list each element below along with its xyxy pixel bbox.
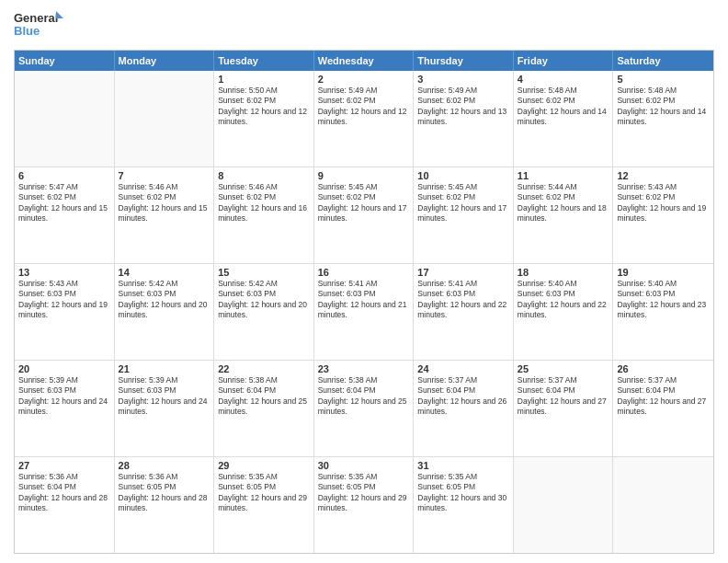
day-info: Sunrise: 5:37 AM Sunset: 6:04 PM Dayligh…: [518, 375, 609, 418]
calendar: SundayMondayTuesdayWednesdayThursdayFrid…: [14, 50, 714, 554]
table-row: 6Sunrise: 5:47 AM Sunset: 6:02 PM Daylig…: [15, 167, 115, 263]
table-row: 5Sunrise: 5:48 AM Sunset: 6:02 PM Daylig…: [613, 71, 713, 167]
day-number: 29: [218, 460, 310, 471]
calendar-row-1: 6Sunrise: 5:47 AM Sunset: 6:02 PM Daylig…: [15, 167, 713, 263]
day-info: Sunrise: 5:48 AM Sunset: 6:02 PM Dayligh…: [617, 86, 710, 128]
table-row: 29Sunrise: 5:35 AM Sunset: 6:05 PM Dayli…: [214, 457, 314, 553]
table-row: 15Sunrise: 5:42 AM Sunset: 6:03 PM Dayli…: [214, 264, 314, 360]
day-number: 11: [518, 170, 609, 181]
day-info: Sunrise: 5:40 AM Sunset: 6:03 PM Dayligh…: [617, 279, 710, 321]
weekday-header-saturday: Saturday: [613, 51, 713, 71]
weekday-header-monday: Monday: [115, 51, 215, 71]
table-row: 3Sunrise: 5:49 AM Sunset: 6:02 PM Daylig…: [414, 71, 514, 167]
table-row: 9Sunrise: 5:45 AM Sunset: 6:02 PM Daylig…: [314, 167, 415, 263]
day-number: 27: [18, 460, 110, 471]
table-row: 18Sunrise: 5:40 AM Sunset: 6:03 PM Dayli…: [514, 264, 614, 360]
day-info: Sunrise: 5:36 AM Sunset: 6:05 PM Dayligh…: [119, 472, 210, 514]
weekday-header-thursday: Thursday: [414, 51, 514, 71]
table-row: 30Sunrise: 5:35 AM Sunset: 6:05 PM Dayli…: [314, 457, 415, 553]
table-row: 26Sunrise: 5:37 AM Sunset: 6:04 PM Dayli…: [613, 361, 713, 456]
day-number: 30: [318, 460, 410, 471]
day-info: Sunrise: 5:43 AM Sunset: 6:03 PM Dayligh…: [18, 279, 110, 321]
day-info: Sunrise: 5:43 AM Sunset: 6:02 PM Dayligh…: [617, 182, 710, 224]
calendar-body: 1Sunrise: 5:50 AM Sunset: 6:02 PM Daylig…: [15, 71, 713, 553]
day-info: Sunrise: 5:39 AM Sunset: 6:03 PM Dayligh…: [119, 375, 210, 418]
day-number: 19: [617, 267, 710, 278]
day-info: Sunrise: 5:42 AM Sunset: 6:03 PM Dayligh…: [119, 279, 210, 321]
table-row: 1Sunrise: 5:50 AM Sunset: 6:02 PM Daylig…: [214, 71, 314, 167]
page: General Blue SundayMondayTuesdayWednesda…: [0, 0, 728, 563]
day-number: 14: [119, 267, 210, 278]
day-number: 3: [417, 74, 509, 85]
day-info: Sunrise: 5:46 AM Sunset: 6:02 PM Dayligh…: [119, 182, 210, 224]
day-info: Sunrise: 5:37 AM Sunset: 6:04 PM Dayligh…: [417, 375, 509, 418]
day-number: 16: [318, 267, 410, 278]
table-row: 7Sunrise: 5:46 AM Sunset: 6:02 PM Daylig…: [115, 167, 215, 263]
day-number: 2: [318, 74, 410, 85]
day-number: 17: [417, 267, 509, 278]
table-row: 4Sunrise: 5:48 AM Sunset: 6:02 PM Daylig…: [514, 71, 614, 167]
day-number: 15: [218, 267, 310, 278]
calendar-row-3: 20Sunrise: 5:39 AM Sunset: 6:03 PM Dayli…: [15, 360, 713, 456]
weekday-header-sunday: Sunday: [15, 51, 115, 71]
day-number: 21: [119, 363, 210, 374]
calendar-row-2: 13Sunrise: 5:43 AM Sunset: 6:03 PM Dayli…: [15, 263, 713, 360]
day-info: Sunrise: 5:35 AM Sunset: 6:05 PM Dayligh…: [318, 472, 410, 514]
day-number: 31: [417, 460, 509, 471]
day-info: Sunrise: 5:41 AM Sunset: 6:03 PM Dayligh…: [318, 279, 410, 321]
table-row: [115, 71, 215, 167]
day-info: Sunrise: 5:38 AM Sunset: 6:04 PM Dayligh…: [318, 375, 410, 418]
day-number: 4: [518, 74, 609, 85]
table-row: 12Sunrise: 5:43 AM Sunset: 6:02 PM Dayli…: [613, 167, 713, 263]
day-info: Sunrise: 5:40 AM Sunset: 6:03 PM Dayligh…: [518, 279, 609, 321]
day-number: 7: [119, 170, 210, 181]
table-row: [613, 457, 713, 553]
day-info: Sunrise: 5:35 AM Sunset: 6:05 PM Dayligh…: [417, 472, 509, 514]
day-number: 9: [318, 170, 410, 181]
day-number: 1: [218, 74, 310, 85]
day-info: Sunrise: 5:47 AM Sunset: 6:02 PM Dayligh…: [18, 182, 110, 224]
table-row: 31Sunrise: 5:35 AM Sunset: 6:05 PM Dayli…: [414, 457, 514, 553]
day-number: 26: [617, 363, 710, 374]
weekday-header-friday: Friday: [514, 51, 614, 71]
table-row: 14Sunrise: 5:42 AM Sunset: 6:03 PM Dayli…: [115, 264, 215, 360]
day-number: 5: [617, 74, 710, 85]
day-info: Sunrise: 5:41 AM Sunset: 6:03 PM Dayligh…: [417, 279, 509, 321]
day-number: 8: [218, 170, 310, 181]
day-number: 13: [18, 267, 110, 278]
day-info: Sunrise: 5:46 AM Sunset: 6:02 PM Dayligh…: [218, 182, 310, 224]
day-number: 25: [518, 363, 609, 374]
table-row: 25Sunrise: 5:37 AM Sunset: 6:04 PM Dayli…: [514, 361, 614, 456]
day-number: 22: [218, 363, 310, 374]
weekday-header-tuesday: Tuesday: [214, 51, 314, 71]
calendar-row-0: 1Sunrise: 5:50 AM Sunset: 6:02 PM Daylig…: [15, 71, 713, 167]
table-row: 16Sunrise: 5:41 AM Sunset: 6:03 PM Dayli…: [314, 264, 415, 360]
svg-text:General: General: [14, 11, 58, 25]
svg-text:Blue: Blue: [14, 24, 40, 38]
day-number: 23: [318, 363, 410, 374]
logo-svg: General Blue: [14, 9, 64, 42]
day-number: 18: [518, 267, 609, 278]
table-row: 24Sunrise: 5:37 AM Sunset: 6:04 PM Dayli…: [414, 361, 514, 456]
table-row: 27Sunrise: 5:36 AM Sunset: 6:04 PM Dayli…: [15, 457, 115, 553]
table-row: 19Sunrise: 5:40 AM Sunset: 6:03 PM Dayli…: [613, 264, 713, 360]
day-info: Sunrise: 5:45 AM Sunset: 6:02 PM Dayligh…: [318, 182, 410, 224]
day-info: Sunrise: 5:44 AM Sunset: 6:02 PM Dayligh…: [518, 182, 609, 224]
logo: General Blue: [14, 9, 64, 42]
day-info: Sunrise: 5:42 AM Sunset: 6:03 PM Dayligh…: [218, 279, 310, 321]
day-number: 24: [417, 363, 509, 374]
table-row: 10Sunrise: 5:45 AM Sunset: 6:02 PM Dayli…: [414, 167, 514, 263]
day-info: Sunrise: 5:49 AM Sunset: 6:02 PM Dayligh…: [318, 86, 410, 128]
day-info: Sunrise: 5:35 AM Sunset: 6:05 PM Dayligh…: [218, 472, 310, 514]
day-info: Sunrise: 5:45 AM Sunset: 6:02 PM Dayligh…: [417, 182, 509, 224]
table-row: [514, 457, 614, 553]
calendar-header: SundayMondayTuesdayWednesdayThursdayFrid…: [15, 51, 713, 71]
day-info: Sunrise: 5:37 AM Sunset: 6:04 PM Dayligh…: [617, 375, 710, 418]
table-row: 23Sunrise: 5:38 AM Sunset: 6:04 PM Dayli…: [314, 361, 415, 456]
day-number: 10: [417, 170, 509, 181]
day-number: 20: [18, 363, 110, 374]
header: General Blue: [14, 9, 714, 42]
day-info: Sunrise: 5:48 AM Sunset: 6:02 PM Dayligh…: [518, 86, 609, 128]
day-info: Sunrise: 5:49 AM Sunset: 6:02 PM Dayligh…: [417, 86, 509, 128]
table-row: 13Sunrise: 5:43 AM Sunset: 6:03 PM Dayli…: [15, 264, 115, 360]
